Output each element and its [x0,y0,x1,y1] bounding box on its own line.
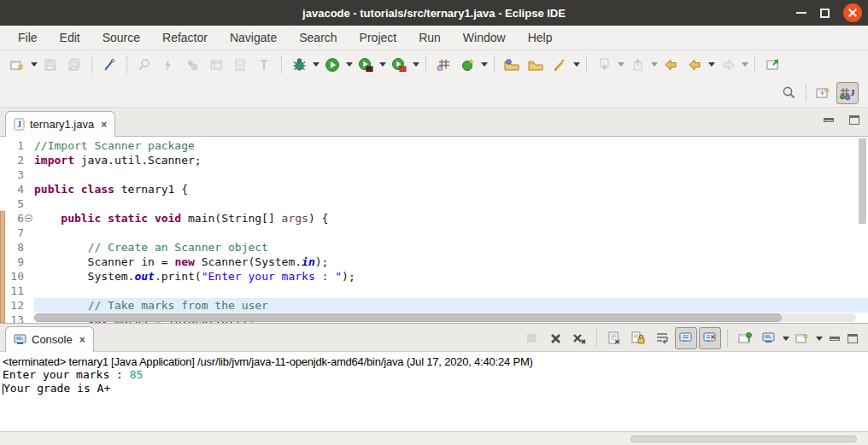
main-toolbar [0,50,868,79]
profile-dropdown-icon[interactable] [411,54,420,76]
menu-file[interactable]: File [7,27,49,48]
mark-occurrences-button[interactable] [98,54,120,76]
sync-button [181,54,203,76]
open-element-dropdown-icon[interactable] [572,54,581,76]
menu-run[interactable]: Run [408,27,452,48]
code-text: // Create an Scanner object [34,240,868,255]
run-dropdown-icon[interactable] [344,54,354,76]
window-maximize-icon[interactable] [820,9,830,18]
fold-collapse-icon[interactable] [25,214,32,222]
menu-search[interactable]: Search [288,27,348,48]
display-selected-console-button[interactable] [758,327,780,349]
show-stderr-toggle-button[interactable] [699,327,721,349]
console-tab-close-icon[interactable]: × [79,334,85,346]
window-minimize-icon[interactable] [796,12,806,14]
open-resource-button[interactable] [525,54,547,76]
toolbar-separator [727,330,728,347]
editor-tab-ternary1[interactable]: J ternary1.java × [5,111,115,137]
search-button[interactable] [777,82,800,104]
new-java-class-dropdown-icon[interactable] [479,54,489,76]
menu-edit[interactable]: Edit [49,27,91,48]
code-line-12[interactable]: 12 // Take marks from the user [0,298,868,313]
display-console-dropdown-icon[interactable] [781,327,790,349]
clear-console-button[interactable] [603,327,625,349]
line-number: 5 [0,196,34,211]
statusbar-scrollbar-thumb[interactable] [630,436,857,442]
window-close-icon[interactable] [843,3,862,22]
show-stdout-toggle-button[interactable] [675,327,697,349]
java-perspective-button[interactable]: J [836,82,859,104]
code-editor[interactable]: 1//Import Scanner package2import java.ut… [0,137,868,323]
menubar: File Edit Source Refactor Navigate Searc… [0,26,868,50]
code-line-5[interactable]: 5 [0,196,868,211]
code-text: //Import Scanner package [34,138,868,153]
open-perspective-button[interactable] [812,82,835,104]
code-text [34,284,868,298]
code-line-6[interactable]: 6 public static void main(String[] args)… [0,211,868,225]
menu-help[interactable]: Help [517,27,564,48]
new-java-class-button[interactable] [456,54,478,76]
debug-button[interactable] [288,54,310,76]
next-annotation-button [593,54,615,76]
code-line-1[interactable]: 1//Import Scanner package [0,138,868,153]
new-wizard-dropdown-icon[interactable] [29,54,38,76]
scroll-lock-button[interactable] [627,327,649,349]
console-line-2: Your grade is A+ [0,382,868,395]
editor-maximize-icon[interactable] [849,115,859,125]
console-tab[interactable]: Console × [5,326,94,352]
code-text: Scanner in = new Scanner(System.in); [34,255,868,269]
menu-project[interactable]: Project [349,27,408,48]
console-output-area[interactable]: <terminated> ternary1 [Java Application]… [0,352,868,431]
line-number: 10 [0,269,34,284]
method-range-indicator [0,211,5,323]
console-line-1: Enter your marks : 85 [0,368,868,382]
last-edit-location-button[interactable] [660,54,682,76]
line-number: 7 [0,225,34,240]
code-line-11[interactable]: 11 [0,284,868,298]
terminate-button [520,327,542,349]
code-line-2[interactable]: 2import java.util.Scanner; [0,153,868,167]
java-perspective-glyph: J [850,87,855,97]
coverage-dropdown-icon[interactable] [378,54,387,76]
editor-horizontal-scrollbar[interactable] [34,313,856,322]
run-button[interactable] [321,54,343,76]
save-all-button [63,54,85,76]
open-console-dropdown-icon[interactable] [814,327,824,349]
menu-refactor[interactable]: Refactor [151,27,219,48]
pin-editor-button[interactable] [761,54,783,76]
pin-console-button[interactable] [734,327,756,349]
editor-tab-close-icon[interactable]: × [101,119,107,131]
editor-vertical-scrollbar[interactable] [859,138,866,224]
code-line-7[interactable]: 7 [0,225,868,240]
back-button[interactable] [683,54,706,76]
editor-minimize-icon[interactable] [824,118,834,122]
menu-window[interactable]: Window [452,27,517,48]
editor-horizontal-scrollbar-thumb[interactable] [34,313,782,322]
code-line-10[interactable]: 10 System.out.print("Enter your marks : … [0,269,868,284]
back-dropdown-icon[interactable] [707,54,716,76]
open-console-button[interactable] [791,327,813,349]
code-line-8[interactable]: 8 // Create an Scanner object [0,240,868,255]
profile-button[interactable] [388,54,410,76]
console-minimize-icon[interactable] [830,337,840,341]
open-element-button[interactable] [548,54,571,76]
code-line-4[interactable]: 4public class ternary1 { [0,182,868,196]
titlebar: javacode - tutorials/src/ternary1.java -… [0,0,868,26]
coverage-button[interactable] [355,54,377,76]
word-wrap-button[interactable] [651,327,673,349]
status-bar [0,431,868,445]
remove-all-launches-button[interactable] [568,327,590,349]
editor-tabbar: J ternary1.java × [0,108,868,137]
new-java-project-button[interactable] [432,54,455,76]
menu-source[interactable]: Source [91,27,151,48]
forward-dropdown-icon [740,54,749,76]
open-task-button[interactable] [501,54,523,76]
menu-navigate[interactable]: Navigate [219,27,288,48]
debug-dropdown-icon[interactable] [311,54,320,76]
console-maximize-icon[interactable] [847,334,858,343]
remove-launch-button[interactable] [544,327,566,349]
code-line-9[interactable]: 9 Scanner in = new Scanner(System.in); [0,255,868,269]
code-line-3[interactable]: 3 [0,167,868,182]
code-text: public class ternary1 { [34,182,868,196]
new-wizard-button[interactable] [6,54,28,76]
